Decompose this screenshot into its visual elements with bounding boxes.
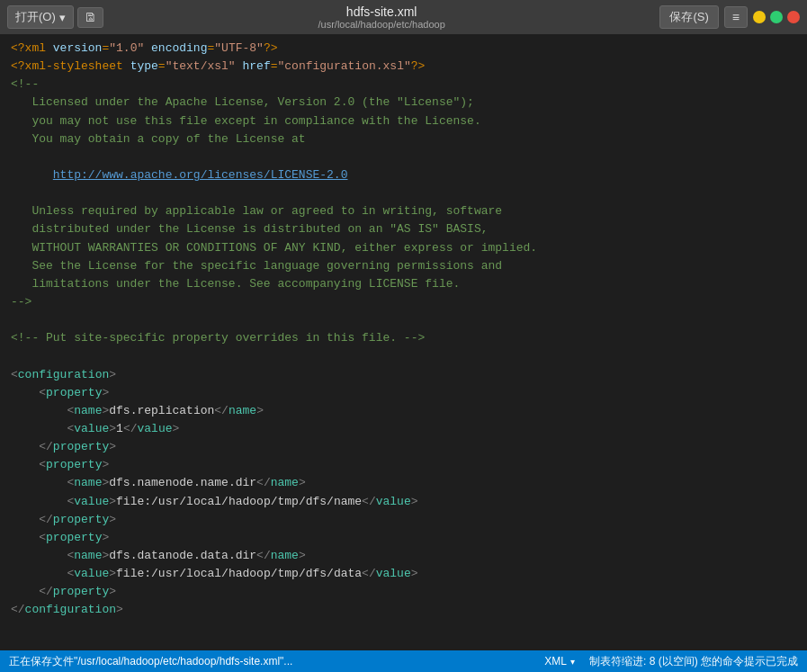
editor-area[interactable]: <?xml version="1.0" encoding="UTF-8"?> <…	[0, 34, 807, 650]
save-button[interactable]: 保存(S)	[659, 5, 718, 29]
open-label: 打开(O)	[15, 9, 56, 25]
encoding-label: 制表符缩进: 8 (以空间) 您的命令提示已完成	[589, 654, 798, 669]
file-icon-button[interactable]: 🖺	[77, 7, 103, 28]
open-button[interactable]: 打开(O) ▾	[7, 5, 74, 29]
title-bar-right: 保存(S) ≡	[659, 5, 800, 29]
maximize-button[interactable]	[770, 11, 783, 23]
filename-label: hdfs-site.xml	[103, 4, 660, 19]
status-right: XML ▾ 制表符缩进: 8 (以空间) 您的命令提示已完成	[544, 654, 798, 669]
code-content: <?xml version="1.0" encoding="UTF-8"?> <…	[0, 40, 807, 620]
menu-button[interactable]: ≡	[724, 6, 748, 28]
filepath-label: /usr/local/hadoop/etc/hadoop	[103, 19, 660, 30]
xml-arrow-icon: ▾	[570, 657, 575, 667]
language-selector[interactable]: XML ▾	[544, 655, 575, 668]
window-controls	[753, 11, 800, 23]
status-saving-text: 正在保存文件"/usr/local/hadoop/etc/hadoop/hdfs…	[9, 654, 526, 669]
title-center: hdfs-site.xml /usr/local/hadoop/etc/hado…	[103, 4, 660, 30]
title-bar-left: 打开(O) ▾ 🖺	[7, 5, 103, 29]
close-button[interactable]	[787, 11, 800, 23]
license-link[interactable]: http://www.apache.org/licenses/LICENSE-2…	[53, 168, 348, 182]
open-arrow-icon: ▾	[59, 11, 66, 24]
title-bar: 打开(O) ▾ 🖺 hdfs-site.xml /usr/local/hadoo…	[0, 0, 807, 34]
status-bar: 正在保存文件"/usr/local/hadoop/etc/hadoop/hdfs…	[0, 650, 807, 672]
xml-label: XML	[544, 655, 567, 668]
minimize-button[interactable]	[753, 11, 766, 23]
